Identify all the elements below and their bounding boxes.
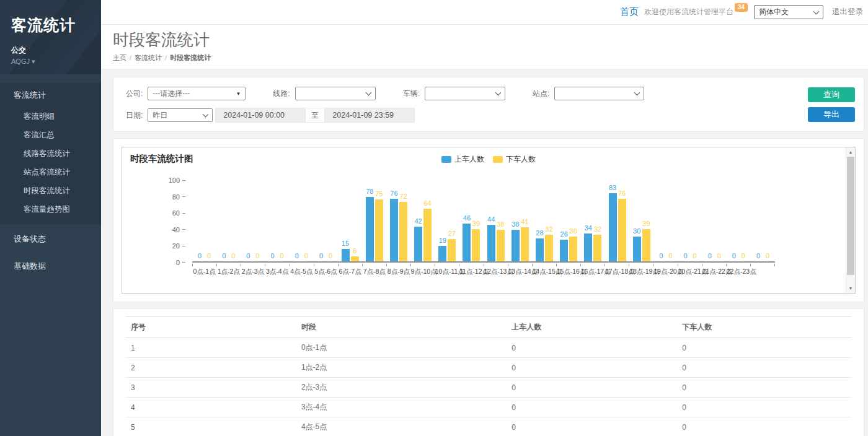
legend-swatch-boarding <box>441 156 451 163</box>
language-select[interactable]: 简体中文 <box>754 5 823 19</box>
sidebar-submenu: 客流明细客流汇总线路客流统计站点客流统计时段客流统计客流量趋势图 <box>0 108 101 224</box>
x-axis-tick <box>314 264 339 266</box>
data-table: 序号时段上车人数下车人数 10点-1点0021点-2点0032点-3点0043点… <box>126 316 851 436</box>
bar-column: 64 <box>423 180 432 261</box>
date-range-separator: 至 <box>305 108 325 123</box>
bar-下车人数 <box>618 199 626 261</box>
bar-plot-area: 0000000000001567875767242641927463944383… <box>192 180 775 263</box>
sidebar-header: 客流统计 公交 AQGJ ▾ <box>0 0 101 74</box>
x-axis-tick <box>727 264 751 266</box>
bar-column: 0 <box>730 180 738 261</box>
sidebar-item-基础数据[interactable]: 基础数据 <box>0 254 101 279</box>
y-axis-tick: 40 <box>172 225 185 234</box>
bar-value-label: 41 <box>521 219 528 225</box>
bar-上车人数 <box>487 225 495 261</box>
y-axis-tick-label: 80 <box>172 193 180 201</box>
bar-value-label: 0 <box>280 253 284 259</box>
legend-item-alighting[interactable]: 下车人数 <box>493 154 536 165</box>
y-axis-tick: 100 <box>169 176 185 185</box>
table-row: 54点-5点00 <box>126 417 851 436</box>
bar-column: 0 <box>326 180 334 261</box>
app-brand: 客流统计 <box>11 15 90 35</box>
bar-value-label: 0 <box>246 253 250 259</box>
chart-scrollbar[interactable]: ▲ ▼ <box>846 147 855 293</box>
sidebar-item-时段客流统计[interactable]: 时段客流统计 <box>0 182 101 201</box>
bar-上车人数 <box>512 230 520 261</box>
x-axis-tick <box>339 264 363 266</box>
bar-group: 3432 <box>581 180 605 261</box>
date-to-input[interactable]: 2024-01-09 23:59 <box>324 108 415 123</box>
x-axis-label: 16点-17点 <box>581 268 605 276</box>
bar-上车人数 <box>463 224 471 261</box>
home-link[interactable]: 首页 <box>620 6 639 18</box>
sidebar-item-站点客流统计[interactable]: 站点客流统计 <box>0 164 101 182</box>
legend-item-boarding[interactable]: 上车人数 <box>441 154 484 165</box>
table-cell: 3 <box>126 378 296 398</box>
bar-value-label: 0 <box>708 253 712 259</box>
line-label: 线路: <box>273 89 290 99</box>
vehicle-select[interactable] <box>425 87 505 100</box>
date-range-group: 2024-01-09 00:00 至 2024-01-09 23:59 <box>215 108 415 123</box>
bar-column: 38 <box>497 180 505 261</box>
breadcrumb-section[interactable]: 客流统计 <box>135 54 162 61</box>
bar-group: 2832 <box>532 180 556 261</box>
table-cell: 0 <box>677 417 851 436</box>
sidebar-item-设备状态[interactable]: 设备状态 <box>0 227 101 251</box>
org-code-dropdown[interactable]: AQGJ ▾ <box>11 58 90 66</box>
x-axis-label: 20点-21点 <box>678 268 702 276</box>
date-label: 日期: <box>126 110 143 121</box>
date-from-input[interactable]: 2024-01-09 00:00 <box>215 108 306 123</box>
line-select[interactable] <box>295 87 376 100</box>
bar-下车人数 <box>472 229 480 261</box>
breadcrumb-home[interactable]: 主页 <box>113 54 126 61</box>
x-axis-label: 11点-12点 <box>459 268 484 276</box>
breadcrumb-separator: / <box>162 54 170 61</box>
table-cell: 2 <box>126 358 296 378</box>
scrollbar-thumb[interactable] <box>847 157 854 275</box>
bar-group: 00 <box>192 180 216 261</box>
bar-value-label: 0 <box>304 253 308 259</box>
bar-column: 0 <box>657 180 665 261</box>
scrollbar-up-arrow-icon[interactable]: ▲ <box>846 147 855 157</box>
table-cell: 0 <box>677 398 851 417</box>
x-axis-label: 13点-14点 <box>508 268 532 276</box>
bar-上车人数 <box>536 238 544 261</box>
export-button[interactable]: 导出 <box>808 107 855 122</box>
y-axis-tick-mark <box>182 180 185 181</box>
x-axis-ticks <box>192 264 775 266</box>
bar-上车人数 <box>633 237 641 261</box>
company-select[interactable]: ---请选择--- ▼ <box>148 87 246 100</box>
org-name: 公交 <box>11 45 90 56</box>
bar-value-label: 83 <box>609 185 616 191</box>
bar-column: 26 <box>560 180 568 261</box>
query-button[interactable]: 查询 <box>808 87 855 102</box>
sidebar-item-客流明细[interactable]: 客流明细 <box>0 108 101 126</box>
bar-value-label: 26 <box>560 231 568 238</box>
date-preset-select[interactable]: 昨日 <box>148 108 213 122</box>
bar-column: 78 <box>366 180 374 261</box>
bar-value-label: 15 <box>342 240 349 247</box>
y-axis-tick: 20 <box>172 242 185 250</box>
bar-下车人数 <box>375 199 383 261</box>
logout-link[interactable]: 退出登录 <box>832 7 863 17</box>
breadcrumb-separator: / <box>126 54 135 61</box>
sidebar-item-客流量趋势图[interactable]: 客流量趋势图 <box>0 201 101 219</box>
bar-group: 00 <box>265 180 290 261</box>
bar-group: 4639 <box>459 180 484 261</box>
station-select[interactable] <box>554 87 644 100</box>
bar-上车人数 <box>584 233 592 261</box>
sidebar-item-线路客流统计[interactable]: 线路客流统计 <box>0 145 101 164</box>
table-header-row: 序号时段上车人数下车人数 <box>126 317 851 338</box>
bar-value-label: 0 <box>198 253 202 259</box>
sidebar-item-客流统计[interactable]: 客流统计 <box>0 83 101 108</box>
notification-badge[interactable]: 34 <box>735 3 748 12</box>
table-cell: 0 <box>507 358 677 378</box>
bar-column: 0 <box>268 180 277 261</box>
bar-value-label: 28 <box>536 230 543 237</box>
bar-column: 0 <box>764 180 772 261</box>
scrollbar-down-arrow-icon[interactable]: ▼ <box>846 284 855 293</box>
x-axis-label: 5点-6点 <box>314 268 338 276</box>
bar-column: 46 <box>463 180 471 261</box>
bar-column: 0 <box>278 180 286 261</box>
sidebar-item-客流汇总[interactable]: 客流汇总 <box>0 126 101 145</box>
